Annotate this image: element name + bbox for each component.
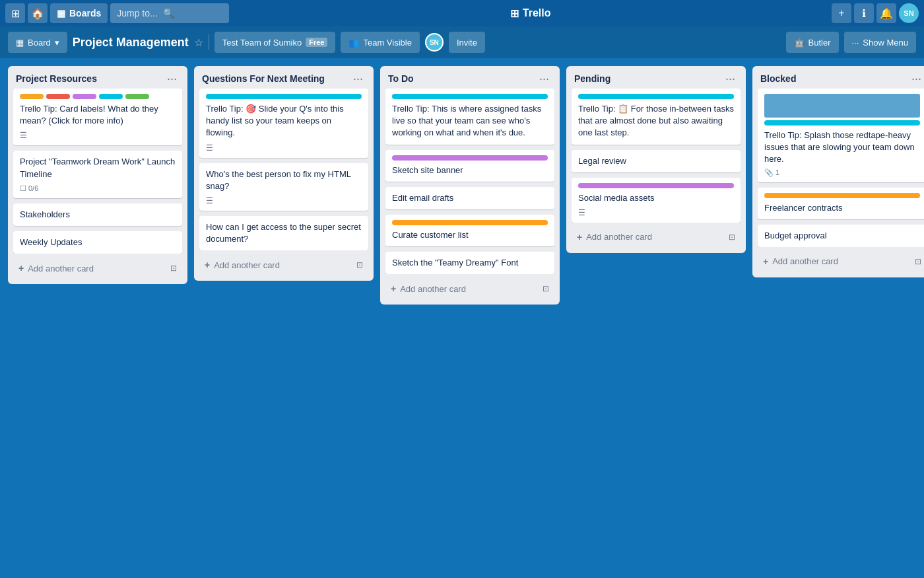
divider	[209, 34, 209, 50]
search-icon: 🔍	[163, 8, 174, 18]
card-text: Trello Tip: Card labels! What do they me…	[20, 103, 176, 127]
notifications-button[interactable]: 🔔	[876, 3, 896, 23]
card[interactable]: Legal review	[572, 150, 741, 172]
card-label-strip	[392, 94, 548, 99]
people-icon: 👥	[348, 38, 359, 48]
card-text: How can I get access to the super secret…	[206, 221, 362, 245]
card[interactable]: Project "Teamwork Dream Work" Launch Tim…	[13, 151, 182, 198]
card-text: Trello Tip: 🎯 Slide your Q's into this h…	[206, 103, 362, 139]
apps-button[interactable]: ⊞	[5, 3, 25, 23]
search-bar[interactable]: Jump to... 🔍	[110, 3, 229, 23]
plus-icon: +	[205, 260, 210, 270]
card[interactable]: Social media assets☰	[572, 178, 741, 223]
card[interactable]: Sketch site banner	[385, 150, 554, 182]
card-label-strip	[764, 193, 920, 198]
card[interactable]: Curate customer list	[385, 215, 554, 246]
card-text: Weekly Updates	[20, 236, 176, 248]
team-name: Test Team of Sumiko	[222, 38, 302, 48]
add-card-button[interactable]: +Add another card⊡	[385, 278, 554, 299]
list-menu-button[interactable]: ···	[723, 73, 738, 85]
card[interactable]: How can I get access to the super secret…	[199, 216, 368, 250]
card-label-strip	[578, 94, 734, 99]
member-avatar[interactable]: SN	[425, 33, 444, 52]
card-text: Budget approval	[764, 230, 920, 242]
info-button[interactable]: ℹ	[854, 3, 874, 23]
card-text: Legal review	[578, 155, 734, 167]
card[interactable]: Weekly Updates	[13, 231, 182, 254]
boards-button[interactable]: ▦ Boards	[50, 3, 108, 23]
board-header: ▦ Board ▾ Project Management ☆ Test Team…	[0, 26, 924, 58]
list-header-to-do: To Do···	[380, 66, 560, 89]
card[interactable]: Budget approval	[758, 225, 924, 247]
board-content: Project Resources···Trello Tip: Card lab…	[0, 58, 924, 578]
home-button[interactable]: 🏠	[28, 3, 48, 23]
invite-button[interactable]: Invite	[449, 32, 485, 53]
card[interactable]: Sketch the "Teamy Dreamy" Font	[385, 252, 554, 274]
template-icon: ⊡	[356, 260, 363, 270]
add-card-button[interactable]: +Add another card⊡	[199, 254, 368, 275]
user-avatar[interactable]: SN	[899, 3, 919, 23]
card-checklist: ☐0/6	[20, 184, 38, 193]
card[interactable]: Trello Tip: 📋 For those in-between tasks…	[572, 89, 741, 145]
list-title: Project Resources	[16, 73, 97, 84]
card-label	[125, 94, 149, 99]
card[interactable]: Freelancer contracts	[758, 188, 924, 219]
boards-icon: ▦	[57, 8, 65, 18]
card-text: Curate customer list	[392, 229, 548, 241]
card[interactable]: Trello Tip: This is where assigned tasks…	[385, 89, 554, 145]
team-visible-button[interactable]: 👥 Team Visible	[341, 32, 419, 53]
template-icon: ⊡	[170, 264, 177, 273]
list-to-do: To Do···Trello Tip: This is where assign…	[380, 66, 560, 305]
plus-icon: +	[18, 263, 24, 273]
list-pending: Pending···Trello Tip: 📋 For those in-bet…	[566, 66, 746, 253]
card[interactable]: Trello Tip: Splash those redtape-heavy i…	[758, 89, 924, 182]
list-menu-button[interactable]: ···	[164, 73, 180, 85]
add-card-button[interactable]: +Add another card⊡	[758, 251, 924, 272]
card-text: Who's the best person to fix my HTML sna…	[206, 168, 362, 192]
add-card-label: Add another card	[400, 284, 466, 294]
board-title: Project Management	[73, 36, 189, 50]
card-text: Stakeholders	[20, 209, 176, 221]
card-meta: ☰	[206, 196, 362, 205]
checklist-count: 0/6	[28, 184, 38, 192]
list-menu-button[interactable]: ···	[909, 73, 924, 85]
card-text: Trello Tip: This is where assigned tasks…	[392, 103, 548, 139]
card[interactable]: Trello Tip: Card labels! What do they me…	[13, 89, 182, 145]
add-button[interactable]: +	[832, 3, 851, 23]
add-card-label: Add another card	[214, 260, 280, 270]
list-cards-pending: Trello Tip: 📋 For those in-between tasks…	[566, 89, 746, 223]
attachment-count: 1	[776, 168, 779, 176]
app-logo: ⊞	[510, 7, 519, 20]
list-title: Pending	[574, 73, 610, 84]
board-view-button[interactable]: ▦ Board ▾	[8, 32, 67, 53]
team-badge-button[interactable]: Test Team of Sumiko Free	[214, 32, 336, 53]
star-button[interactable]: ☆	[194, 36, 203, 49]
attachment-icon: 📎	[764, 168, 774, 177]
card[interactable]: Who's the best person to fix my HTML sna…	[199, 163, 368, 211]
list-title: Blocked	[760, 73, 796, 84]
search-text: Jump to...	[117, 8, 157, 18]
top-nav: ⊞ 🏠 ▦ Boards Jump to... 🔍 ⊞ Trello + ℹ 🔔…	[0, 0, 924, 26]
show-menu-button[interactable]: ··· Show Menu	[844, 32, 917, 53]
card-meta: ☰	[578, 208, 734, 217]
card-meta: ☰	[206, 143, 362, 153]
free-tag: Free	[306, 38, 327, 47]
add-card-button[interactable]: +Add another card⊡	[13, 258, 182, 279]
list-menu-button[interactable]: ···	[537, 73, 552, 85]
card[interactable]: Trello Tip: 🎯 Slide your Q's into this h…	[199, 89, 368, 158]
card[interactable]: Stakeholders	[13, 203, 182, 226]
card-text: Project "Teamwork Dream Work" Launch Tim…	[20, 156, 176, 180]
list-header-pending: Pending···	[566, 66, 746, 89]
list-menu-button[interactable]: ···	[350, 73, 366, 85]
butler-button[interactable]: 🤖 Butler	[786, 32, 839, 53]
add-card-button[interactable]: +Add another card⊡	[572, 227, 741, 248]
card-text: Social media assets	[578, 192, 734, 204]
card[interactable]: Edit email drafts	[385, 187, 554, 209]
list-header-project-resources: Project Resources···	[8, 66, 187, 89]
card-label-strip	[764, 120, 920, 126]
plus-icon: +	[391, 283, 396, 294]
butler-icon: 🤖	[794, 38, 805, 48]
add-card-label: Add another card	[772, 256, 838, 266]
list-title: To Do	[388, 73, 414, 84]
card-label	[46, 94, 70, 99]
